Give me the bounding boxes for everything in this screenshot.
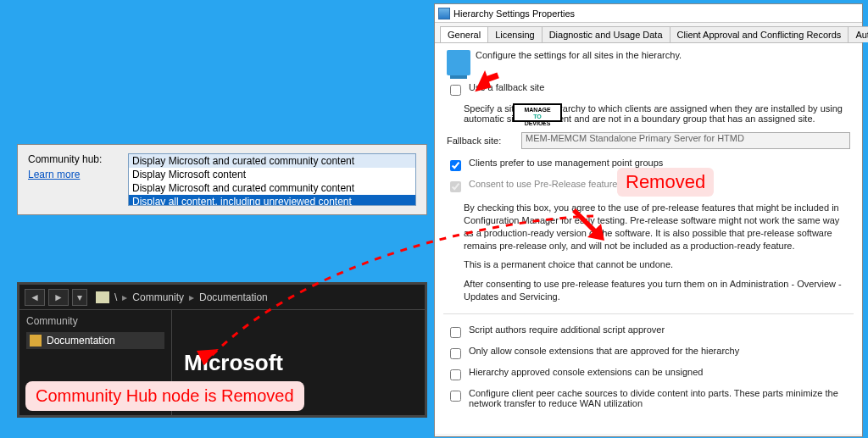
fallback-site-select[interactable]: MEM-MEMCM Standalone Primary Server for … xyxy=(521,132,850,149)
permanent-text: This is a permanent choice that cannot b… xyxy=(464,258,850,271)
after-consent-text: After consenting to use pre-release feat… xyxy=(464,278,850,303)
hierarchy-settings-dialog: Hierarchy Settings Properties General Li… xyxy=(434,3,863,437)
home-icon[interactable] xyxy=(96,291,109,303)
forward-button[interactable]: ► xyxy=(48,289,69,306)
sidebar-item-label: Documentation xyxy=(47,335,115,347)
script-approver-checkbox[interactable] xyxy=(450,327,461,338)
configure-text: Configure the settings for all sites in … xyxy=(476,50,682,60)
consent-prerelease-checkbox xyxy=(450,181,461,192)
watermark-badge: MANAGE TO DEVICES xyxy=(513,103,562,122)
document-icon xyxy=(30,335,42,347)
community-hub-option[interactable]: Display Microsoft content xyxy=(129,168,415,181)
allow-extensions-label: Only allow console extensions that are a… xyxy=(469,346,739,356)
use-fallback-checkbox[interactable] xyxy=(450,85,461,96)
script-approver-label: Script authors require additional script… xyxy=(469,324,665,335)
tab-authentication[interactable]: Authentication xyxy=(848,26,868,42)
peer-cache-checkbox[interactable] xyxy=(450,391,461,402)
tab-diagnostic[interactable]: Diagnostic and Usage Data xyxy=(542,26,670,42)
tab-licensing[interactable]: Licensing xyxy=(487,26,542,42)
window-icon xyxy=(438,8,450,19)
console-sidebar: Community Documentation xyxy=(19,310,172,415)
console-toolbar: ◄ ► ▾ \ ▸ Community ▸ Documentation xyxy=(19,285,425,310)
history-dropdown[interactable]: ▾ xyxy=(72,289,87,306)
community-hub-select[interactable]: Display Microsoft and curated community … xyxy=(128,153,416,206)
tabbar: General Licensing Diagnostic and Usage D… xyxy=(435,23,862,43)
breadcrumb: \ ▸ Community ▸ Documentation xyxy=(96,291,268,303)
community-hub-option[interactable]: Display Microsoft and curated community … xyxy=(129,154,415,168)
dialog-titlebar: Hierarchy Settings Properties xyxy=(435,4,862,23)
back-button[interactable]: ◄ xyxy=(25,289,45,306)
community-hub-option[interactable]: Display all content, including unreviewe… xyxy=(129,195,415,206)
crumb-documentation[interactable]: Documentation xyxy=(199,291,268,303)
allow-extensions-checkbox[interactable] xyxy=(450,348,461,359)
clients-prefer-checkbox[interactable] xyxy=(450,160,461,171)
peer-cache-label: Configure client peer cache sources to d… xyxy=(469,388,850,408)
fallback-site-label: Fallback site: xyxy=(447,136,515,146)
learn-more-link[interactable]: Learn more xyxy=(28,169,80,180)
clients-prefer-label: Clients prefer to use management point g… xyxy=(469,158,663,168)
main-heading: Microsoft xyxy=(184,350,283,376)
community-hub-option[interactable]: Display Microsoft and curated community … xyxy=(129,181,415,195)
sidebar-item-documentation[interactable]: Documentation xyxy=(26,332,164,349)
consent-paragraph: By checking this box, you agree to the u… xyxy=(464,202,850,252)
tab-client-approval[interactable]: Client Approval and Conflicting Records xyxy=(670,26,849,42)
admin-console: ◄ ► ▾ \ ▸ Community ▸ Documentation Comm… xyxy=(17,282,427,418)
crumb-community[interactable]: Community xyxy=(132,291,184,303)
console-main: Microsoft xyxy=(172,310,425,415)
sidebar-title: Community xyxy=(26,315,164,327)
community-hub-label: Community hub: xyxy=(28,153,113,165)
consent-prerelease-label: Consent to use Pre-Release features xyxy=(469,179,622,189)
dialog-title: Hierarchy Settings Properties xyxy=(453,4,575,23)
unsigned-extensions-checkbox[interactable] xyxy=(450,369,461,380)
use-fallback-label: Use a fallback site xyxy=(469,82,544,92)
server-icon xyxy=(447,50,470,75)
unsigned-extensions-label: Hierarchy approved console extensions ca… xyxy=(469,367,703,377)
tab-general[interactable]: General xyxy=(440,26,488,42)
community-hub-panel: Community hub: Learn more Display Micros… xyxy=(17,144,427,215)
